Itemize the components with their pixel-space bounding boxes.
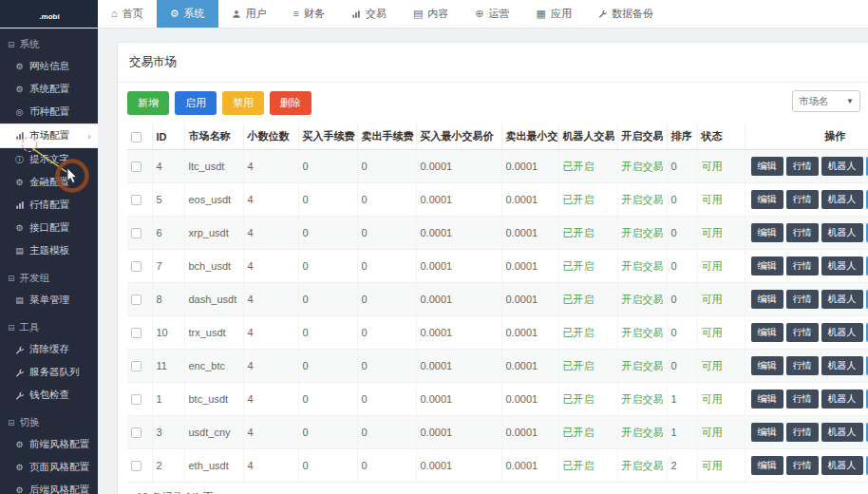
quote-button[interactable]: 行情 xyxy=(786,390,819,408)
sidebar-item[interactable]: 市场配置 xyxy=(0,124,98,148)
sidebar-item[interactable]: ⚙ 金融配置 xyxy=(0,171,98,194)
cell-robot-trading: 已开启 xyxy=(558,183,617,217)
sidebar-item-label: 服务器队列 xyxy=(29,366,80,379)
cell-sell-fee: 0 xyxy=(357,250,416,283)
row-checkbox[interactable] xyxy=(131,361,142,371)
topnav-item[interactable]: ⊕ 运营 xyxy=(462,0,522,28)
edit-button[interactable]: 编辑 xyxy=(751,423,783,442)
sidebar-section-header[interactable]: ⊟ 开发组 xyxy=(0,262,98,289)
edit-button[interactable]: 编辑 xyxy=(751,323,783,342)
sidebar-item[interactable]: ▤ 主题模板 xyxy=(0,239,98,262)
edit-button[interactable]: 编辑 xyxy=(751,223,783,242)
sidebar-section-header[interactable]: ⊟ 工具 xyxy=(0,312,98,338)
disable-button[interactable]: 禁用 xyxy=(222,91,264,115)
row-checkbox[interactable] xyxy=(131,162,142,172)
robot-button[interactable]: 机器人 xyxy=(821,223,863,242)
cell-market-name: eth_usdt xyxy=(184,449,243,483)
sidebar-section-header[interactable]: ⊟ 系统 xyxy=(0,28,98,55)
cell-id: 2 xyxy=(152,449,184,483)
quote-button[interactable]: 行情 xyxy=(786,157,819,176)
sidebar-item[interactable]: ⓘ 提示文字 xyxy=(0,148,98,171)
edit-button[interactable]: 编辑 xyxy=(751,190,783,209)
robot-button[interactable]: 机器人 xyxy=(821,256,863,276)
sidebar-section-title: 系统 xyxy=(20,38,40,51)
quote-button[interactable]: 行情 xyxy=(786,356,819,375)
sidebar-item[interactable]: ⚙ 后端风格配置 xyxy=(0,479,98,494)
quote-button[interactable]: 行情 xyxy=(786,323,819,342)
circle-icon: ◎ xyxy=(14,107,25,117)
app-logo[interactable]: 1993 .mobi xyxy=(0,0,98,28)
row-checkbox[interactable] xyxy=(131,328,142,338)
row-checkbox[interactable] xyxy=(131,261,142,272)
table-row: 4 ltc_usdt 4 0 0 0.0001 0.0001 已开启 开启交易 … xyxy=(127,150,868,183)
quote-button[interactable]: 行情 xyxy=(786,423,819,442)
edit-button[interactable]: 编辑 xyxy=(751,256,783,276)
quote-button[interactable]: 行情 xyxy=(786,190,819,209)
topnav-item[interactable]: ▤ 内容 xyxy=(400,0,462,28)
robot-button[interactable]: 机器人 xyxy=(821,157,863,176)
finance-icon: ≡ xyxy=(293,9,299,19)
pagination-summary: 10 条记录 1/1 页 xyxy=(127,483,868,494)
robot-button[interactable]: 机器人 xyxy=(821,356,863,375)
sidebar-item[interactable]: ⚙ 网站信息 xyxy=(0,55,98,78)
cell-actions: 编辑 行情 机器人 自动刷单 xyxy=(745,449,868,483)
sidebar-item[interactable]: ▤ 菜单管理 xyxy=(0,289,98,312)
robot-button[interactable]: 机器人 xyxy=(821,323,863,342)
gear-icon: ⚙ xyxy=(14,440,25,449)
robot-button[interactable]: 机器人 xyxy=(821,190,863,209)
toolbar: 新增 启用 禁用 删除 市场名 ▼ xyxy=(118,83,868,124)
sidebar-item[interactable]: 钱包检查 xyxy=(0,384,98,407)
row-checkbox[interactable] xyxy=(131,294,142,305)
cell-actions: 编辑 行情 机器人 自动刷单 xyxy=(745,183,868,217)
sidebar-item[interactable]: ⚙ 系统配置 xyxy=(0,78,98,101)
chart-icon xyxy=(351,10,361,19)
robot-button[interactable]: 机器人 xyxy=(821,456,863,475)
edit-button[interactable]: 编辑 xyxy=(751,290,783,309)
topnav-item[interactable]: ⌂ 首页 xyxy=(98,0,157,28)
cell-sell-min-price: 0.0001 xyxy=(501,416,558,449)
cell-actions: 编辑 行情 机器人 自动刷单 xyxy=(745,316,868,350)
topnav-item[interactable]: 交易 xyxy=(338,0,400,28)
collapse-icon: ⊟ xyxy=(8,323,15,332)
topnav-item[interactable]: 用户 xyxy=(218,0,280,28)
enable-button[interactable]: 启用 xyxy=(175,91,217,115)
quote-button[interactable]: 行情 xyxy=(786,256,819,276)
sidebar-item[interactable]: ⚙ 接口配置 xyxy=(0,217,98,239)
delete-button[interactable]: 删除 xyxy=(270,91,311,115)
market-name-select[interactable]: 市场名 ▼ xyxy=(792,90,860,112)
cell-market-name: xrp_usdt xyxy=(184,217,243,250)
sidebar-section-header[interactable]: ⊟ 切换 xyxy=(0,407,98,433)
row-checkbox[interactable] xyxy=(131,394,142,405)
row-checkbox[interactable] xyxy=(131,228,142,238)
topnav-item[interactable]: 数据备份 xyxy=(585,0,667,28)
robot-button[interactable]: 机器人 xyxy=(821,290,863,309)
sidebar-item[interactable]: 清除缓存 xyxy=(0,338,98,361)
cell-sort: 0 xyxy=(667,350,697,383)
quote-button[interactable]: 行情 xyxy=(786,456,819,475)
topnav-item[interactable]: ≡ 财务 xyxy=(280,0,338,28)
topnav-item[interactable]: ⚙ 系统 xyxy=(157,0,218,28)
sidebar-item[interactable]: 行情配置 xyxy=(0,194,98,217)
robot-button[interactable]: 机器人 xyxy=(821,390,863,408)
sidebar-item[interactable]: 服务器队列 xyxy=(0,361,98,384)
row-checkbox[interactable] xyxy=(131,428,142,438)
add-button[interactable]: 新增 xyxy=(127,91,169,115)
cell-sell-min-price: 0.0001 xyxy=(501,183,558,217)
edit-button[interactable]: 编辑 xyxy=(751,390,783,408)
edit-button[interactable]: 编辑 xyxy=(751,456,783,475)
robot-button[interactable]: 机器人 xyxy=(821,423,863,442)
sidebar-item[interactable]: ⚙ 前端风格配置 xyxy=(0,433,98,456)
edit-button[interactable]: 编辑 xyxy=(751,356,783,375)
wrench-icon xyxy=(14,346,25,354)
topnav-item[interactable]: ▦ 应用 xyxy=(523,0,585,28)
row-checkbox[interactable] xyxy=(131,461,142,471)
quote-button[interactable]: 行情 xyxy=(786,223,819,242)
cell-decimals: 4 xyxy=(243,383,298,416)
select-all-checkbox[interactable] xyxy=(131,132,142,142)
sidebar-item[interactable]: ◎ 币种配置 xyxy=(0,101,98,124)
sidebar-item[interactable]: ⚙ 页面风格配置 xyxy=(0,456,98,479)
cell-decimals: 4 xyxy=(243,449,298,483)
row-checkbox[interactable] xyxy=(131,195,142,205)
edit-button[interactable]: 编辑 xyxy=(751,157,783,176)
quote-button[interactable]: 行情 xyxy=(786,290,819,309)
